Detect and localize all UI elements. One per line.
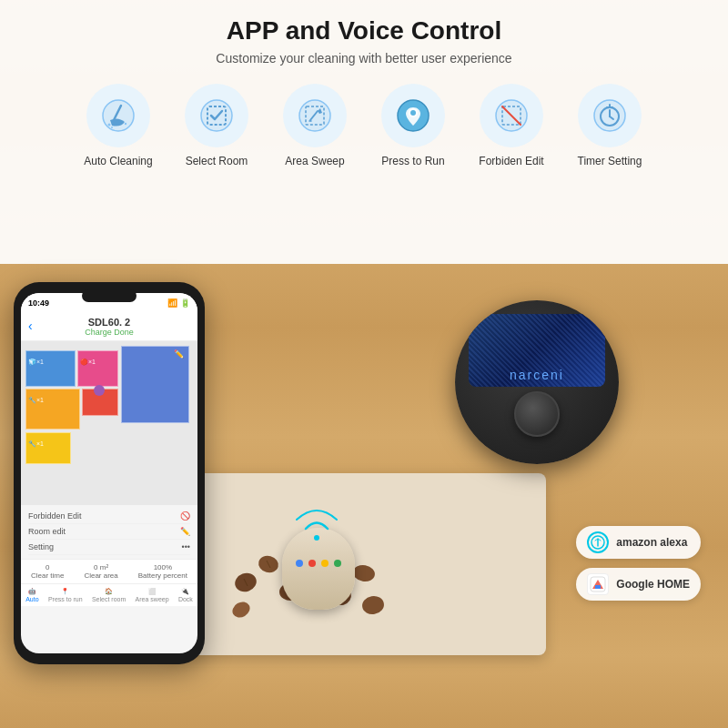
map-room-5: 🔧×1 (25, 432, 71, 464)
auto-cleaning-label: Auto Cleaning (84, 155, 152, 169)
pin-icon (396, 98, 430, 133)
phone-status-text: Charge Done (28, 328, 190, 337)
forbidden-edit-item-icon: 🚫 (180, 511, 190, 521)
svg-point-36 (360, 594, 385, 616)
area-sweep-label: Area Sweep (285, 155, 344, 169)
robot-body: narceni (455, 300, 619, 464)
feature-forbidden-edit[interactable]: Forbiden Edit (466, 84, 557, 169)
robot-vacuum: narceni (455, 300, 619, 464)
stat-battery: 100% Battery percent (138, 563, 187, 580)
timer-setting-label: Timer Setting (578, 155, 642, 169)
room-edit-item[interactable]: Room edit ✏️ (28, 524, 190, 540)
press-to-run-label: Press to Run (381, 155, 444, 169)
svg-point-0 (103, 100, 134, 131)
forbidden-edit-item[interactable]: Forbidden Edit 🚫 (28, 509, 190, 524)
feature-auto-cleaning[interactable]: Auto Cleaning (73, 84, 164, 169)
speaker-dot-blue (296, 560, 303, 567)
nav-press-to-run[interactable]: 📍 Press to run (48, 588, 83, 602)
map-room-3: 🔧×1 (25, 389, 80, 430)
phone-time: 10:49 (28, 298, 49, 308)
features-row: Auto Cleaning Select Room (73, 84, 655, 169)
forbidden-edit-item-label: Forbidden Edit (28, 511, 82, 521)
phone-title: SDL60. 2 (28, 317, 190, 328)
map-room-6: ✏️ (121, 346, 189, 423)
clock-icon (592, 98, 627, 133)
nav-sweep-label: Area sweep (136, 596, 169, 602)
svg-point-14 (410, 110, 416, 116)
speaker-dot-green (334, 560, 341, 567)
map-room-2: 🔴×1 (77, 350, 118, 387)
map-marker (94, 385, 105, 396)
wifi-signal (289, 497, 344, 546)
wifi-signal-svg (289, 497, 344, 542)
stat-battery-label: Battery percent (138, 571, 187, 580)
phone-map-area[interactable]: 🧊×1 🔴×1 🔧×1 🔧×1 ✏️ (21, 341, 197, 505)
speaker-dot-red (308, 560, 316, 567)
nav-auto-icon: 🤖 (28, 588, 36, 595)
select-room-icon-circle (185, 84, 248, 147)
nav-dock[interactable]: 🔌 Dock (178, 588, 193, 602)
stat-area-label: Clear area (84, 571, 117, 580)
checkbox-icon (199, 98, 234, 133)
forbidden-edit-icon-circle (480, 84, 543, 147)
setting-item-label: Setting (28, 542, 54, 551)
svg-point-4 (125, 123, 126, 125)
top-banner: APP and Voice Control Customize your cle… (0, 0, 728, 264)
nav-select-room[interactable]: 🏠 Select room (92, 588, 126, 602)
area-sweep-icon (298, 98, 332, 133)
stat-time-value: 0 (31, 563, 64, 571)
google-badge: Google HOME (576, 568, 701, 601)
nav-area-sweep[interactable]: ⬜ Area sweep (136, 588, 169, 602)
auto-cleaning-icon-circle (86, 84, 150, 147)
select-room-label: Select Room (186, 155, 248, 169)
svg-point-33 (352, 563, 377, 583)
phone-bottom-stats: 0 Clear time 0 m² Clear area 100% Batter… (21, 559, 197, 583)
room-edit-item-label: Room edit (28, 527, 66, 536)
speaker-dots (296, 560, 341, 567)
nav-dock-icon: 🔌 (181, 588, 189, 595)
stat-area-value: 0 m² (84, 563, 117, 571)
nav-room-icon: 🏠 (105, 588, 113, 595)
robot-top-panel: narceni (469, 314, 605, 387)
feature-select-room[interactable]: Select Room (171, 84, 262, 169)
broom-icon (101, 98, 136, 133)
feature-timer-setting[interactable]: Timer Setting (564, 84, 655, 169)
feature-press-to-run[interactable]: Press to Run (368, 84, 459, 169)
alexa-label: amazon alexa (616, 536, 687, 549)
map-room-1: 🧊×1 (25, 350, 76, 387)
feature-area-sweep[interactable]: Area Sweep (269, 84, 360, 169)
phone-screen: 10:49 📶 🔋 ‹ SDL60. 2 Charge Done 🧊×1 🔴×1 (21, 293, 197, 653)
svg-point-24 (314, 535, 319, 541)
main-title: APP and Voice Control (227, 16, 501, 46)
nav-room-label: Select room (92, 596, 126, 602)
alexa-badge: amazon alexa (576, 526, 701, 559)
press-to-run-icon-circle (381, 84, 445, 147)
phone-nav-bar: 🤖 Auto 📍 Press to run 🏠 Select room ⬜ Ar… (21, 583, 197, 606)
phone-frame: 10:49 📶 🔋 ‹ SDL60. 2 Charge Done 🧊×1 🔴×1 (14, 282, 205, 664)
stat-time-label: Clear time (31, 571, 64, 580)
nav-dock-label: Dock (178, 596, 193, 602)
alexa-icon (587, 531, 609, 553)
forbidden-edit-icon (494, 98, 529, 133)
nav-press-label: Press to run (48, 596, 83, 602)
phone-container: 10:49 📶 🔋 ‹ SDL60. 2 Charge Done 🧊×1 🔴×1 (14, 282, 205, 664)
robot-brand: narceni (510, 368, 564, 382)
google-icon (587, 573, 609, 595)
area-sweep-icon-circle (283, 84, 347, 147)
speaker-dot-yellow (321, 560, 329, 567)
nav-auto-label: Auto (25, 596, 38, 602)
robot-center-button[interactable] (514, 391, 560, 437)
setting-item[interactable]: Setting ••• (28, 540, 190, 555)
nav-sweep-icon: ⬜ (148, 588, 157, 595)
svg-point-3 (111, 126, 113, 128)
google-home-logo (590, 576, 606, 592)
svg-point-2 (108, 124, 111, 126)
sub-title: Customize your cleaning with better user… (216, 51, 511, 66)
setting-item-icon: ••• (182, 542, 190, 551)
phone-header: ‹ SDL60. 2 Charge Done (21, 313, 197, 341)
stat-clear-time: 0 Clear time (31, 563, 64, 580)
google-label: Google HOME (616, 578, 690, 591)
room-edit-item-icon: ✏️ (180, 527, 190, 536)
back-arrow-icon[interactable]: ‹ (28, 318, 33, 333)
nav-auto[interactable]: 🤖 Auto (25, 588, 38, 602)
